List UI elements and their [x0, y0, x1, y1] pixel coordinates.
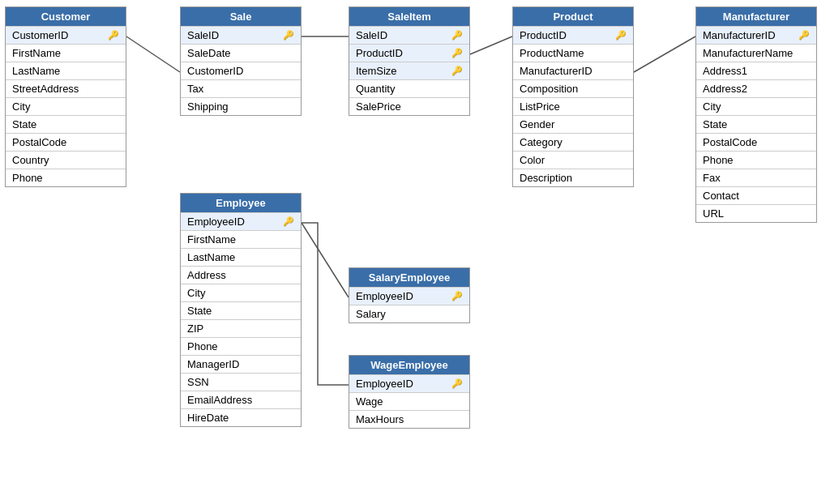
field-name: PostalCode: [12, 136, 66, 148]
field-row-maxhours: MaxHours: [349, 410, 469, 428]
field-name: Address2: [703, 83, 747, 95]
field-row-manufacturername: ManufacturerName: [696, 44, 816, 62]
table-header-salaryemployee: SalaryEmployee: [349, 268, 469, 287]
field-row-state: State: [6, 115, 126, 133]
field-name: ItemSize: [356, 65, 397, 77]
field-row-firstname: FirstName: [6, 44, 126, 62]
field-row-shipping: Shipping: [181, 97, 301, 115]
field-row-contact: Contact: [696, 186, 816, 204]
field-row-fax: Fax: [696, 169, 816, 186]
field-name: State: [12, 118, 36, 130]
field-name: SaleID: [356, 29, 387, 41]
field-name: Category: [520, 136, 563, 148]
primary-key-icon: 🔑: [283, 216, 294, 227]
field-row-wage: Wage: [349, 392, 469, 410]
field-row-color: Color: [513, 151, 633, 169]
table-header-customer: Customer: [6, 7, 126, 26]
field-name: FirstName: [187, 233, 236, 246]
field-name: ManagerID: [187, 358, 239, 370]
field-name: ProductID: [520, 29, 567, 41]
field-name: EmailAddress: [187, 394, 252, 406]
field-name: Quantity: [356, 83, 395, 95]
primary-key-icon: 🔑: [798, 30, 810, 41]
field-row-saleprice: SalePrice: [349, 97, 469, 115]
field-name: ManufacturerName: [703, 47, 793, 59]
field-name: Phone: [703, 154, 734, 166]
field-row-postalcode: PostalCode: [6, 133, 126, 151]
field-row-city: City: [6, 97, 126, 115]
field-name: MaxHours: [356, 413, 404, 425]
field-name: Phone: [12, 172, 43, 184]
erd-diagram: CustomerCustomerID🔑FirstNameLastNameStre…: [0, 0, 830, 504]
field-name: Fax: [703, 172, 721, 184]
field-name: EmployeeID: [356, 378, 413, 390]
field-name: City: [12, 100, 30, 113]
field-row-manufacturerid: ManufacturerID: [513, 62, 633, 79]
primary-key-icon: 🔑: [451, 66, 463, 76]
field-name: Wage: [356, 395, 383, 408]
table-header-sale: Sale: [181, 7, 301, 26]
field-name: State: [703, 118, 727, 130]
field-name: ProductName: [520, 47, 584, 59]
field-row-firstname: FirstName: [181, 230, 301, 248]
table-wageemployee: WageEmployeeEmployeeID🔑WageMaxHours: [349, 355, 470, 429]
field-name: LastName: [187, 251, 235, 263]
field-name: Salary: [356, 308, 386, 320]
field-row-composition: Composition: [513, 79, 633, 97]
field-row-manufacturerid: ManufacturerID🔑: [696, 26, 816, 44]
field-row-url: URL: [696, 204, 816, 222]
field-name: ManufacturerID: [703, 29, 776, 41]
field-row-tax: Tax: [181, 79, 301, 97]
field-row-employeeid: EmployeeID🔑: [349, 287, 469, 305]
field-name: Color: [520, 154, 545, 166]
field-name: URL: [703, 207, 724, 220]
table-product: ProductProductID🔑ProductNameManufacturer…: [512, 6, 634, 187]
field-name: Country: [12, 154, 49, 166]
field-row-postalcode: PostalCode: [696, 133, 816, 151]
field-row-phone: Phone: [696, 151, 816, 169]
field-row-ssn: SSN: [181, 373, 301, 391]
field-name: Address1: [703, 65, 747, 77]
field-row-address1: Address1: [696, 62, 816, 79]
table-employee: EmployeeEmployeeID🔑FirstNameLastNameAddr…: [180, 193, 302, 427]
table-header-saleitem: SaleItem: [349, 7, 469, 26]
field-row-saledate: SaleDate: [181, 44, 301, 62]
field-row-description: Description: [513, 169, 633, 186]
field-name: Description: [520, 172, 572, 184]
field-name: ListPrice: [520, 100, 560, 113]
field-row-emailaddress: EmailAddress: [181, 391, 301, 408]
field-row-state: State: [696, 115, 816, 133]
field-row-lastname: LastName: [181, 248, 301, 266]
field-name: SalePrice: [356, 100, 401, 113]
field-row-employeeid: EmployeeID🔑: [349, 374, 469, 392]
svg-line-0: [126, 36, 180, 72]
field-row-saleid: SaleID🔑: [181, 26, 301, 44]
svg-line-2: [470, 36, 512, 54]
table-header-wageemployee: WageEmployee: [349, 356, 469, 374]
field-row-phone: Phone: [6, 169, 126, 186]
field-name: Contact: [703, 190, 739, 202]
field-name: StreetAddress: [12, 83, 79, 95]
field-name: Gender: [520, 118, 554, 130]
field-name: EmployeeID: [356, 290, 413, 302]
field-row-listprice: ListPrice: [513, 97, 633, 115]
field-name: SSN: [187, 376, 209, 388]
table-header-manufacturer: Manufacturer: [696, 7, 816, 26]
primary-key-icon: 🔑: [451, 30, 463, 41]
field-name: Shipping: [187, 100, 229, 113]
field-name: SaleDate: [187, 47, 230, 59]
field-name: Composition: [520, 83, 578, 95]
field-name: SaleID: [187, 29, 219, 41]
field-name: ManufacturerID: [520, 65, 593, 77]
field-row-city: City: [696, 97, 816, 115]
primary-key-icon: 🔑: [451, 378, 463, 389]
field-row-saleid: SaleID🔑: [349, 26, 469, 44]
field-row-salary: Salary: [349, 305, 469, 322]
table-saleitem: SaleItemSaleID🔑ProductID🔑ItemSize🔑Quanti…: [349, 6, 470, 116]
field-row-itemsize: ItemSize🔑: [349, 62, 469, 79]
primary-key-icon: 🔑: [451, 291, 463, 301]
field-name: ZIP: [187, 322, 203, 335]
table-header-employee: Employee: [181, 194, 301, 212]
field-row-customerid: CustomerID🔑: [6, 26, 126, 44]
field-name: EmployeeID: [187, 216, 245, 228]
